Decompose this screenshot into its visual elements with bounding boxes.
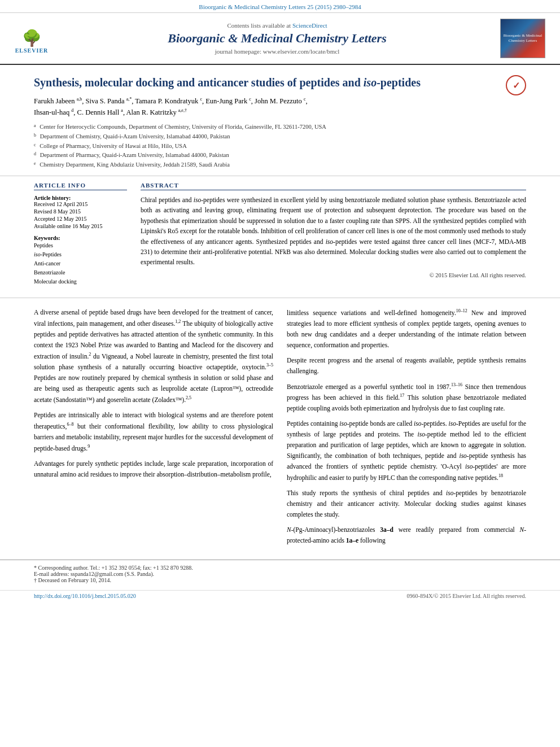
body-paragraph-1: A diverse arsenal of peptide based drugs… — [34, 307, 273, 405]
journal-homepage: journal homepage: www.elsevier.com/locat… — [215, 48, 339, 55]
journal-thumbnail-area: Bioorganic & Medicinal Chemistry Letters — [500, 19, 551, 58]
citation-bar: Bioorganic & Medicinal Chemistry Letters… — [0, 0, 560, 13]
footnote-email: E-mail address: sspanda12@gmail.com (S.S… — [34, 571, 526, 577]
body-column-2: limitless sequence variations and well-d… — [287, 307, 526, 551]
footnote-corresponding: * Corresponding author. Tel.: +1 352 392… — [34, 565, 526, 571]
affiliation-e: e Chemistry Department, King Abdulaziz U… — [34, 160, 526, 170]
copyright-text: © 2015 Elsevier Ltd. All rights reserved… — [141, 272, 526, 278]
online-date: Available online 16 May 2015 — [34, 223, 127, 229]
affil-e-text: Chemistry Department, King Abdulaziz Uni… — [38, 160, 230, 170]
body-paragraph-5: Despite recent progress and the arsenal … — [287, 355, 526, 377]
elsevier-logo: 🌳 ELSEVIER — [11, 23, 53, 54]
abstract-panel: ABSTRACT Chiral peptides and iso-peptide… — [141, 182, 526, 292]
accepted-date: Accepted 12 May 2015 — [34, 216, 127, 222]
keywords-group: Keywords: Peptides iso-Peptides Anti-can… — [34, 235, 127, 286]
abstract-header: ABSTRACT — [141, 182, 526, 190]
article-title: Synthesis, molecular docking and antican… — [34, 75, 526, 90]
issn-text: 0960-894X/© 2015 Elsevier Ltd. All right… — [407, 593, 526, 599]
journal-title: Bioorganic & Medicinal Chemistry Letters — [168, 31, 386, 46]
affiliation-d: d Department of Pharmacy, Quaid-i-Azam U… — [34, 151, 526, 160]
footnote-deceased: † Deceased on February 10, 2014. — [34, 577, 526, 583]
body-paragraph-8: This study reports the synthesis of chir… — [287, 488, 526, 520]
iso-peptides-italic: iso — [364, 76, 377, 89]
received-date: Received 12 April 2015 — [34, 201, 127, 207]
info-abstract-section: ARTICLE INFO Article history: Received 1… — [0, 176, 560, 298]
article-history-group: Article history: Received 12 April 2015 … — [34, 195, 127, 229]
keywords-label: Keywords: — [34, 235, 127, 241]
authors-line1: Farukh Jabeen a,b, Siva S. Panda a,*, Ta… — [34, 95, 526, 118]
affiliation-a: a Center for Heterocyclic Compounds, Dep… — [34, 123, 526, 132]
keyword-benzotriazole: Benzotriazole — [34, 268, 127, 277]
article-title-section: Synthesis, molecular docking and antican… — [0, 65, 560, 176]
body-paragraph-6: Benzotriazole emerged as a powerful synt… — [287, 381, 526, 414]
sciencedirect-line: Contents lists available at ScienceDirec… — [227, 22, 327, 29]
thumbnail-text: Bioorganic & Medicinal Chemistry Letters — [503, 33, 542, 43]
keyword-anticancer: Anti-cancer — [34, 259, 127, 268]
article-info-panel: ARTICLE INFO Article history: Received 1… — [34, 182, 127, 292]
body-section: A diverse arsenal of peptide based drugs… — [0, 298, 560, 560]
journal-header: 🌳 ELSEVIER Contents lists available at S… — [0, 13, 560, 65]
affil-b-text: Department of Chemistry, Quaid-i-Azam Un… — [38, 132, 230, 142]
contents-label: Contents lists available at — [227, 22, 291, 29]
journal-thumbnail: Bioorganic & Medicinal Chemistry Letters — [500, 19, 545, 58]
abstract-text: Chiral peptides and iso-peptides were sy… — [141, 195, 526, 268]
footnote-section: * Corresponding author. Tel.: +1 352 392… — [0, 560, 560, 586]
affiliations: a Center for Heterocyclic Compounds, Dep… — [34, 123, 526, 170]
affiliation-b: b Department of Chemistry, Quaid-i-Azam … — [34, 132, 526, 142]
sciencedirect-link[interactable]: ScienceDirect — [292, 22, 327, 29]
keywords-list: Peptides iso-Peptides Anti-cancer Benzot… — [34, 241, 127, 286]
elsevier-wordmark: ELSEVIER — [15, 47, 49, 54]
affil-c-text: College of Pharmacy, University of Hawai… — [38, 142, 187, 151]
affiliation-c: c College of Pharmacy, University of Haw… — [34, 142, 526, 151]
keyword-iso-peptides: iso-Peptides — [34, 250, 127, 259]
article-info-header: ARTICLE INFO — [34, 182, 127, 190]
tree-icon: 🌳 — [22, 30, 42, 46]
citation-text: Bioorganic & Medicinal Chemistry Letters… — [199, 3, 361, 10]
page-footer: http://dx.doi.org/10.1016/j.bmcl.2015.05… — [0, 590, 560, 601]
body-paragraph-3: Advantages for purely synthetic peptides… — [34, 458, 273, 480]
keyword-molecular-docking: Molecular docking — [34, 277, 127, 286]
affil-d-text: Department of Pharmacy, Quaid-i-Azam Uni… — [38, 151, 229, 160]
journal-title-area: Contents lists available at ScienceDirec… — [61, 19, 493, 58]
doi-link[interactable]: http://dx.doi.org/10.1016/j.bmcl.2015.05… — [34, 593, 136, 599]
keyword-peptides: Peptides — [34, 241, 127, 250]
affil-a-text: Center for Heterocyclic Compounds, Depar… — [38, 123, 326, 132]
crossmark-badge[interactable]: ✓ — [506, 75, 526, 95]
publisher-logo-area: 🌳 ELSEVIER — [9, 19, 54, 58]
body-paragraph-4: limitless sequence variations and well-d… — [287, 307, 526, 351]
history-label: Article history: — [34, 195, 127, 201]
body-paragraph-7: Peptides containing iso-peptide bonds ar… — [287, 418, 526, 483]
body-column-1: A diverse arsenal of peptide based drugs… — [34, 307, 273, 551]
revised-date: Revised 8 May 2015 — [34, 208, 127, 215]
body-paragraph-9: N-(Pg-Aminoacyl)-benzotriazoles 3a–d wer… — [287, 525, 526, 546]
body-paragraph-2: Peptides are intrinsically able to inter… — [34, 410, 273, 454]
